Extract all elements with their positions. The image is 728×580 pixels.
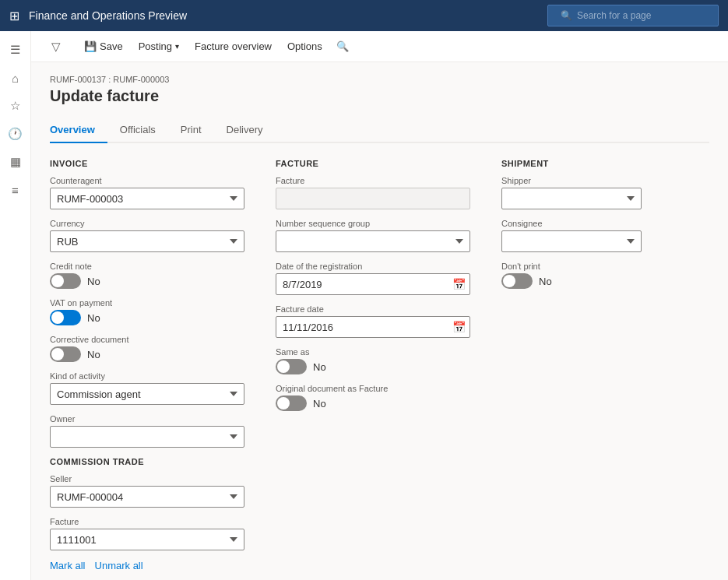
- main-content: ▽ 💾 Save Posting ▾ Facture overview Opti…: [31, 31, 728, 580]
- commission-facture-label: Facture: [50, 517, 244, 526]
- date-registration-calendar-icon[interactable]: 📅: [452, 278, 466, 290]
- facture-date-wrapper: 📅: [276, 316, 470, 338]
- invoice-column: INVOICE Counteragent RUMF-000003 Currenc…: [50, 159, 244, 560]
- facture-number-label: Facture: [276, 176, 470, 185]
- sidebar-modules-icon[interactable]: ≡: [3, 178, 28, 202]
- owner-label: Owner: [50, 414, 244, 424]
- options-button[interactable]: Options: [281, 37, 329, 55]
- same-as-value: No: [313, 361, 326, 373]
- save-icon: 💾: [84, 40, 97, 52]
- toolbar-search-icon[interactable]: 🔍: [332, 36, 353, 58]
- commission-trade-title: COMMISSION TRADE: [50, 457, 244, 466]
- original-document-toggle-row: No: [276, 395, 470, 411]
- sidebar-menu-icon[interactable]: ☰: [3, 37, 28, 62]
- app-title: Finance and Operations Preview: [29, 9, 547, 22]
- tab-officials[interactable]: Officials: [120, 118, 168, 143]
- consignee-field: Consignee: [501, 219, 709, 252]
- corrective-document-field: Corrective document No: [50, 335, 244, 362]
- filter-icon[interactable]: ▽: [44, 34, 69, 59]
- credit-note-toggle-row: No: [50, 273, 244, 289]
- corrective-document-label: Corrective document: [50, 335, 244, 344]
- counteragent-label: Counteragent: [50, 176, 244, 185]
- date-registration-field: Date of the registration 📅: [276, 262, 470, 295]
- sidebar-workspaces-icon[interactable]: ▦: [3, 149, 28, 174]
- search-icon: 🔍: [561, 10, 572, 21]
- global-search[interactable]: 🔍 Search for a page: [547, 5, 719, 26]
- facture-overview-button[interactable]: Facture overview: [188, 37, 278, 55]
- kind-of-activity-select[interactable]: Commission agent: [50, 383, 244, 405]
- form-area: INVOICE Counteragent RUMF-000003 Currenc…: [50, 159, 709, 560]
- consignee-select[interactable]: [501, 230, 642, 252]
- same-as-toggle[interactable]: [276, 359, 307, 374]
- facture-column: FACTURE Facture Number sequence group Da…: [276, 159, 470, 560]
- original-document-field: Original document as Facture No: [276, 384, 470, 411]
- top-bar: ⊞ Finance and Operations Preview 🔍 Searc…: [0, 0, 728, 31]
- same-as-toggle-row: No: [276, 359, 470, 374]
- main-tabs: Overview Officials Print Delivery: [50, 118, 709, 143]
- owner-select[interactable]: [50, 426, 244, 448]
- currency-label: Currency: [50, 219, 244, 228]
- facture-date-calendar-icon[interactable]: 📅: [452, 321, 466, 333]
- vat-on-payment-field: VAT on payment No: [50, 298, 244, 325]
- currency-select[interactable]: RUB: [50, 230, 244, 252]
- same-as-field: Same as No: [276, 347, 470, 374]
- mark-all-link[interactable]: Mark all: [50, 560, 86, 571]
- counteragent-select[interactable]: RUMF-000003: [50, 188, 244, 209]
- number-sequence-group-label: Number sequence group: [276, 219, 470, 228]
- dont-print-label: Don't print: [501, 262, 709, 271]
- vat-on-payment-toggle-row: No: [50, 310, 244, 325]
- dont-print-toggle-row: No: [501, 273, 709, 289]
- vat-on-payment-toggle[interactable]: [50, 310, 81, 325]
- currency-field: Currency RUB: [50, 219, 244, 252]
- facture-section-title: FACTURE: [276, 159, 470, 168]
- seller-label: Seller: [50, 474, 244, 483]
- facture-date-input[interactable]: [276, 316, 470, 338]
- tab-overview[interactable]: Overview: [50, 118, 107, 143]
- shipper-select[interactable]: [501, 188, 642, 209]
- date-registration-label: Date of the registration: [276, 262, 470, 271]
- original-document-toggle[interactable]: [276, 395, 307, 411]
- sidebar-favorites-icon[interactable]: ☆: [3, 93, 28, 118]
- date-registration-input[interactable]: [276, 273, 470, 295]
- shipper-label: Shipper: [501, 176, 709, 185]
- credit-note-label: Credit note: [50, 262, 244, 271]
- number-sequence-group-field: Number sequence group: [276, 219, 470, 252]
- number-sequence-group-select[interactable]: [276, 230, 470, 252]
- secondary-toolbar: ▽ 💾 Save Posting ▾ Facture overview Opti…: [31, 31, 728, 62]
- corrective-document-toggle[interactable]: [50, 346, 81, 362]
- same-as-label: Same as: [276, 347, 470, 357]
- kind-of-activity-field: Kind of activity Commission agent: [50, 371, 244, 405]
- seller-select[interactable]: RUMF-000004: [50, 486, 244, 508]
- save-button[interactable]: 💾 Save: [78, 37, 129, 55]
- tab-print[interactable]: Print: [181, 118, 214, 143]
- corrective-document-value: No: [87, 349, 100, 360]
- dont-print-value: No: [539, 276, 552, 287]
- owner-field: Owner: [50, 414, 244, 448]
- shipment-column: SHIPMENT Shipper Consignee: [501, 159, 709, 560]
- facture-date-field: Facture date 📅: [276, 304, 470, 338]
- page-content: RUMF-000137 : RUMF-000003 Update facture…: [31, 62, 728, 580]
- unmark-all-link[interactable]: Unmark all: [95, 560, 143, 571]
- counteragent-field: Counteragent RUMF-000003: [50, 176, 244, 209]
- credit-note-toggle[interactable]: [50, 273, 81, 289]
- dont-print-field: Don't print No: [501, 262, 709, 289]
- tab-delivery[interactable]: Delivery: [227, 118, 276, 143]
- page-title: Update facture: [50, 87, 709, 105]
- consignee-label: Consignee: [501, 219, 709, 228]
- kind-of-activity-label: Kind of activity: [50, 371, 244, 381]
- sidebar-home-icon[interactable]: ⌂: [3, 65, 28, 90]
- posting-button[interactable]: Posting ▾: [132, 37, 185, 55]
- posting-chevron-icon: ▾: [175, 42, 179, 51]
- commission-facture-field: Facture 1111001: [50, 517, 244, 550]
- commission-facture-select[interactable]: 1111001: [50, 529, 244, 550]
- facture-number-input: [276, 188, 470, 209]
- sidebar-recent-icon[interactable]: 🕐: [3, 121, 28, 146]
- original-document-label: Original document as Facture: [276, 384, 470, 393]
- seller-field: Seller RUMF-000004: [50, 474, 244, 508]
- vat-on-payment-label: VAT on payment: [50, 298, 244, 308]
- breadcrumb: RUMF-000137 : RUMF-000003: [50, 75, 709, 84]
- dont-print-toggle[interactable]: [501, 273, 533, 289]
- original-document-value: No: [313, 398, 326, 410]
- corrective-document-toggle-row: No: [50, 346, 244, 362]
- grid-icon[interactable]: ⊞: [9, 9, 19, 23]
